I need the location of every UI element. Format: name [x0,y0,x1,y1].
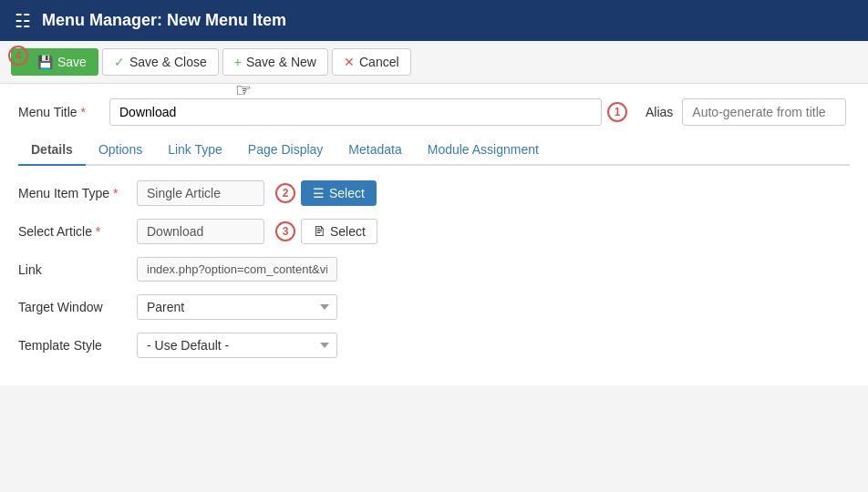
tab-details[interactable]: Details [18,135,86,166]
target-window-select[interactable]: Parent New Window with Navigation New Wi… [137,294,337,320]
menu-item-type-value: Single Article [137,180,264,206]
floppy-icon: 💾 [37,55,53,69]
annotation-3: 3 [275,221,295,241]
menu-title-input[interactable] [109,98,602,126]
save-close-button[interactable]: ✓ Save & Close [102,48,219,76]
save-close-label: Save & Close [129,55,207,69]
menu-title-row: Menu Title 1 Alias [18,98,850,126]
save-new-label: Save & New [246,55,316,69]
header: ☷ Menu Manager: New Menu Item [0,0,868,41]
menu-item-type-select-button[interactable]: ☰ Select [301,180,377,206]
link-row: Link [18,257,850,282]
select-article-row: Select Article Download 3 🖹 Select [18,219,850,244]
x-icon: ✕ [344,55,355,69]
template-style-select[interactable]: - Use Default - Option 1 Option 2 [137,333,337,358]
link-label: Link [18,262,137,277]
plus-icon: + [234,55,242,69]
template-style-row: Template Style - Use Default - Option 1 … [18,333,850,358]
save-label: Save [57,55,87,69]
target-window-label: Target Window [18,300,137,314]
target-window-row: Target Window Parent New Window with Nav… [18,294,850,320]
menu-item-type-select-label: Select [329,186,365,200]
tab-page-display[interactable]: Page Display [235,135,336,166]
select-article-button[interactable]: 🖹 Select [301,219,377,244]
list-icon: ☰ [313,186,325,200]
cancel-label: Cancel [359,55,399,69]
template-style-label: Template Style [18,338,137,353]
alias-label: Alias [646,105,673,119]
menu-item-type-value-group: Single Article 2 ☰ Select [137,180,377,206]
tabs: Details Options Link Type Page Display M… [18,135,850,166]
select-article-label: Select Article [18,224,137,239]
tab-module-assignment[interactable]: Module Assignment [415,135,552,166]
annotation-2: 2 [275,183,295,203]
tab-link-type[interactable]: Link Type [155,135,235,166]
cancel-button[interactable]: ✕ Cancel [332,48,411,76]
alias-input[interactable] [682,98,846,126]
check-icon: ✓ [114,55,125,69]
badge-4: 4 [8,46,28,66]
menu-item-type-row: Menu Item Type Single Article 2 ☰ Select [18,180,850,206]
save-new-button[interactable]: + Save & New [222,48,328,76]
tab-metadata[interactable]: Metadata [336,135,414,166]
annotation-1: 1 [607,102,627,122]
page-title: Menu Manager: New Menu Item [42,11,286,30]
select-article-value: Download [137,219,264,244]
select-article-value-group: Download 3 🖹 Select [137,219,377,244]
grid-icon: ☷ [15,10,31,32]
toolbar: 4 💾 Save ✓ Save & Close + Save & New ✕ C… [0,41,868,84]
tab-options[interactable]: Options [86,135,155,166]
file-icon: 🖹 [313,224,326,239]
content-area: Menu Title 1 Alias Details Options Link … [0,84,868,385]
link-input[interactable] [137,257,337,282]
menu-item-type-label: Menu Item Type [18,186,137,200]
menu-title-label: Menu Title [18,105,109,119]
select-article-select-label: Select [330,224,366,239]
